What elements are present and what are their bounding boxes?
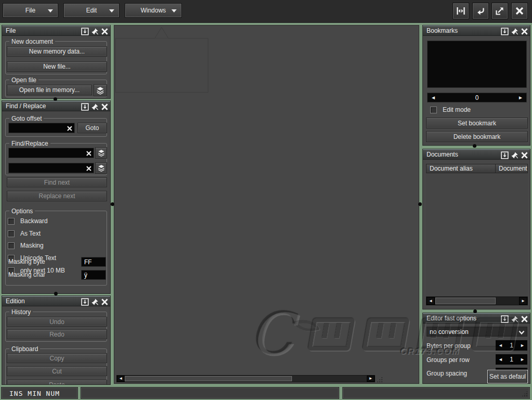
sash-handle[interactable] — [473, 309, 477, 313]
clear-input-icon[interactable] — [67, 125, 72, 131]
prev-bookmark-button[interactable]: ◄ — [431, 95, 436, 100]
pin-pane-icon[interactable] — [90, 102, 99, 111]
spin-down-icon[interactable]: ◄ — [498, 343, 503, 348]
statusbar-message-cell — [81, 387, 339, 399]
close-pane-icon[interactable] — [520, 151, 528, 159]
editor-fast-options-panel: Editor fast options no conversion Bytes … — [422, 313, 530, 384]
replace-layers-button[interactable] — [95, 162, 107, 174]
open-file-in-memory-button[interactable]: Open file in memory... — [7, 85, 92, 95]
detach-pane-button[interactable] — [491, 3, 508, 19]
backward-checkbox[interactable] — [8, 218, 15, 225]
close-pane-icon[interactable] — [520, 27, 528, 35]
documents-hscrollbar[interactable]: ◄ ► — [426, 296, 528, 305]
spin-up-icon[interactable]: ► — [520, 357, 525, 362]
as-text-checkbox[interactable] — [8, 230, 15, 237]
bookmarks-list[interactable] — [427, 41, 527, 88]
replace-next-button[interactable]: Replace next — [7, 191, 107, 201]
menu-windows[interactable]: Windows — [125, 3, 182, 18]
scroll-left-button[interactable]: ◄ — [427, 297, 435, 305]
documents-list[interactable] — [426, 173, 528, 296]
find-layers-button[interactable] — [95, 147, 107, 159]
new-file-button[interactable]: New file... — [7, 61, 107, 72]
clear-input-icon[interactable] — [86, 165, 91, 171]
menu-edit[interactable]: Edit — [63, 3, 119, 18]
next-bookmark-button[interactable]: ► — [518, 95, 523, 100]
dock-pane-icon[interactable] — [81, 102, 89, 111]
paste-button[interactable]: Paste — [7, 380, 107, 385]
close-pane-icon[interactable] — [100, 102, 109, 111]
masking-byte-input[interactable]: FF — [81, 257, 106, 267]
sash-handle[interactable] — [111, 202, 114, 206]
dock-pane-icon[interactable] — [500, 151, 509, 159]
find-input[interactable] — [8, 148, 94, 158]
spin-up-icon[interactable]: ► — [520, 343, 525, 348]
replace-input[interactable] — [8, 163, 94, 173]
adjust-panes-button[interactable] — [453, 3, 469, 19]
pin-pane-icon[interactable] — [90, 27, 99, 35]
edition-panel-titlebar[interactable]: Edition — [2, 296, 110, 306]
pin-pane-icon[interactable] — [510, 27, 518, 35]
column-header-document-type[interactable]: Document t — [496, 164, 528, 173]
dock-pane-icon[interactable] — [500, 315, 509, 323]
bookmarks-panel-titlebar[interactable]: Bookmarks — [423, 25, 530, 36]
masking-checkbox[interactable] — [8, 242, 15, 249]
copy-button[interactable]: Copy — [7, 353, 107, 363]
new-document-group-label: New document — [9, 38, 55, 45]
editor-workspace[interactable]: ◄ ► — [114, 25, 419, 384]
close-pane-icon[interactable] — [100, 27, 109, 35]
resize-grip[interactable] — [377, 377, 382, 382]
groups-per-row-spinner[interactable]: ◄ 1 ► — [496, 354, 527, 365]
sash-handle[interactable] — [54, 292, 58, 295]
editor-fast-options-titlebar[interactable]: Editor fast options — [423, 313, 530, 324]
dock-pane-icon[interactable] — [81, 27, 89, 35]
bytes-per-group-spinner[interactable]: ◄ 1 ► — [496, 340, 527, 351]
documents-panel-titlebar[interactable]: Documents — [423, 149, 530, 160]
edit-mode-checkbox[interactable] — [430, 107, 437, 113]
options-group-label: Options — [9, 208, 35, 215]
column-header-document-alias[interactable]: Document alias — [426, 164, 496, 173]
pin-pane-icon[interactable] — [90, 298, 99, 306]
close-pane-icon[interactable] — [100, 298, 109, 306]
groups-per-row-label: Groups per row — [427, 356, 470, 364]
conversion-select[interactable]: no conversion — [427, 327, 527, 337]
scrollbar-thumb[interactable] — [125, 376, 292, 381]
cut-button[interactable]: Cut — [7, 366, 107, 376]
editor-hscrollbar[interactable]: ◄ ► — [116, 375, 375, 382]
menu-file[interactable]: File — [3, 3, 58, 18]
dock-pane-icon[interactable] — [500, 27, 509, 35]
set-as-default-button[interactable]: Set as defaul — [487, 370, 528, 383]
redo-button[interactable]: Redo — [7, 329, 107, 339]
new-memory-data-button[interactable]: New memory data... — [7, 46, 107, 57]
scroll-left-button[interactable]: ◄ — [117, 376, 125, 382]
goto-offset-input[interactable] — [8, 123, 75, 133]
goto-button[interactable]: Goto — [77, 123, 107, 133]
open-file-layers-button[interactable] — [94, 84, 107, 96]
sash-handle[interactable] — [418, 202, 422, 206]
pin-pane-icon[interactable] — [510, 151, 518, 159]
masking-char-input[interactable]: ÿ — [81, 270, 106, 280]
window-resize-grip[interactable] — [522, 391, 528, 397]
scroll-right-button[interactable]: ► — [367, 376, 375, 382]
sash-handle[interactable] — [473, 144, 476, 148]
find-replace-panel-titlebar[interactable]: Find / Replace — [2, 101, 110, 111]
dropdown-caret-icon — [171, 9, 177, 12]
sash-handle[interactable] — [54, 97, 57, 101]
find-next-button[interactable]: Find next — [7, 177, 107, 187]
swap-pane-button[interactable] — [472, 3, 489, 19]
menu-edit-label: Edit — [86, 7, 97, 14]
undo-button[interactable]: Undo — [7, 317, 107, 327]
dock-pane-icon[interactable] — [81, 298, 89, 306]
bookmarks-panel: Bookmarks ◄ 0 ► Edit mode Set bookmark D… — [422, 25, 530, 146]
delete-bookmark-button[interactable]: Delete bookmark — [426, 131, 528, 142]
clear-input-icon[interactable] — [86, 150, 91, 156]
scrollbar-thumb[interactable] — [435, 298, 496, 304]
file-panel-titlebar[interactable]: File — [2, 25, 110, 36]
edition-panel: Edition History Undo Redo Clipboard Copy… — [2, 295, 111, 385]
scroll-right-icon: ► — [369, 377, 373, 381]
scroll-right-button[interactable]: ► — [519, 297, 527, 305]
close-pane-icon[interactable] — [520, 315, 528, 323]
pin-pane-icon[interactable] — [510, 315, 518, 323]
close-window-button[interactable] — [511, 3, 528, 19]
set-bookmark-button[interactable]: Set bookmark — [426, 118, 528, 128]
spin-down-icon[interactable]: ◄ — [498, 357, 503, 362]
